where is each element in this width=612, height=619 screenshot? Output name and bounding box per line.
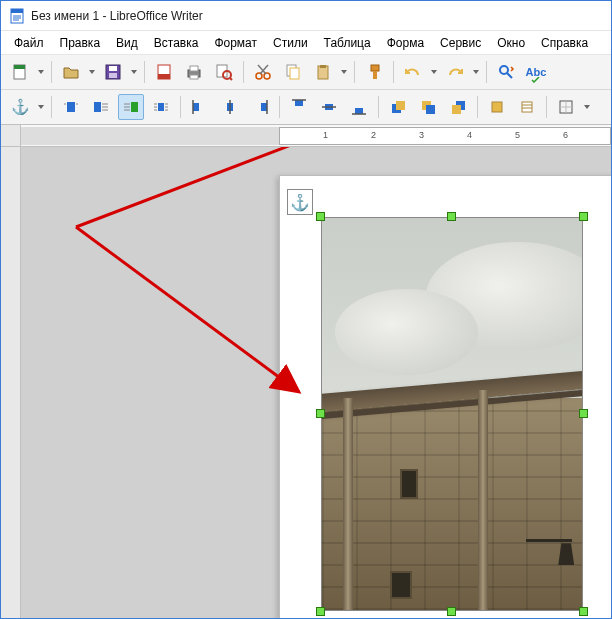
svg-rect-13 [190, 66, 198, 71]
resize-handle-w[interactable] [316, 409, 325, 418]
svg-rect-8 [109, 66, 117, 71]
window-title: Без имени 1 - LibreOffice Writer [31, 9, 203, 23]
ruler-body[interactable]: 1 2 3 4 5 6 [21, 125, 611, 146]
border-button[interactable] [553, 94, 579, 120]
open-button[interactable] [58, 59, 84, 85]
menu-window[interactable]: Окно [490, 33, 532, 53]
svg-rect-25 [320, 65, 326, 68]
svg-rect-33 [94, 102, 101, 112]
ruler-corner [1, 125, 21, 146]
svg-rect-54 [295, 100, 303, 106]
resize-handle-se[interactable] [579, 607, 588, 616]
svg-rect-37 [131, 102, 138, 112]
svg-rect-23 [290, 68, 299, 79]
menu-view[interactable]: Вид [109, 33, 145, 53]
send-back-button[interactable] [445, 94, 471, 120]
paste-dropdown[interactable] [340, 70, 348, 74]
menu-file[interactable]: Файл [7, 33, 51, 53]
selected-image[interactable]: ⚓ [321, 217, 583, 611]
align-bottom-button[interactable] [346, 94, 372, 120]
resize-handle-s[interactable] [447, 607, 456, 616]
menu-edit[interactable]: Правка [53, 33, 108, 53]
anchor-button[interactable]: ⚓ [7, 94, 33, 120]
open-dropdown[interactable] [88, 70, 96, 74]
image-toolbar: ⚓ [1, 90, 611, 125]
paste-button[interactable] [310, 59, 336, 85]
align-right-button[interactable] [247, 94, 273, 120]
bring-forward-button[interactable] [415, 94, 441, 120]
new-doc-dropdown[interactable] [37, 70, 45, 74]
vertical-ruler[interactable] [1, 147, 21, 619]
svg-rect-52 [261, 103, 267, 111]
standard-toolbar: Abc [1, 55, 611, 90]
clone-format-button[interactable] [361, 59, 387, 85]
menu-table[interactable]: Таблица [317, 33, 378, 53]
export-pdf-button[interactable] [151, 59, 177, 85]
save-dropdown[interactable] [130, 70, 138, 74]
wrap-off-button[interactable] [58, 94, 84, 120]
wrap-parallel-button[interactable] [148, 94, 174, 120]
resize-handle-sw[interactable] [316, 607, 325, 616]
menu-tools[interactable]: Сервис [433, 33, 488, 53]
svg-rect-11 [158, 74, 170, 79]
svg-rect-6 [14, 65, 25, 69]
svg-rect-61 [396, 101, 405, 110]
bring-front-button[interactable] [385, 94, 411, 120]
svg-rect-67 [522, 102, 532, 112]
svg-rect-66 [492, 102, 502, 112]
print-preview-button[interactable] [211, 59, 237, 85]
find-replace-button[interactable] [493, 59, 519, 85]
menu-insert[interactable]: Вставка [147, 33, 206, 53]
save-button[interactable] [100, 59, 126, 85]
spellcheck-button[interactable]: Abc [523, 59, 549, 85]
menu-form[interactable]: Форма [380, 33, 431, 53]
menu-styles[interactable]: Стили [266, 33, 315, 53]
document-area[interactable]: ⚓ [21, 147, 611, 619]
resize-handle-nw[interactable] [316, 212, 325, 221]
svg-line-74 [76, 227, 299, 392]
align-left-button[interactable] [187, 94, 213, 120]
svg-rect-65 [452, 105, 461, 114]
undo-button[interactable] [400, 59, 426, 85]
svg-rect-1 [11, 9, 23, 13]
svg-rect-63 [426, 105, 435, 114]
resize-handle-ne[interactable] [579, 212, 588, 221]
align-center-h-button[interactable] [217, 94, 243, 120]
svg-rect-58 [355, 108, 363, 114]
resize-handle-e[interactable] [579, 409, 588, 418]
redo-button[interactable] [442, 59, 468, 85]
anchor-indicator[interactable]: ⚓ [287, 189, 313, 215]
svg-line-17 [230, 78, 232, 80]
horizontal-ruler[interactable]: 1 2 3 4 5 6 [1, 125, 611, 147]
work-area: ⚓ [1, 147, 611, 619]
align-center-v-button[interactable] [316, 94, 342, 120]
resize-handle-n[interactable] [447, 212, 456, 221]
align-top-button[interactable] [286, 94, 312, 120]
image-content[interactable] [321, 217, 583, 611]
redo-dropdown[interactable] [472, 70, 480, 74]
cut-button[interactable] [250, 59, 276, 85]
svg-rect-9 [109, 73, 117, 78]
to-background-button[interactable] [514, 94, 540, 120]
undo-dropdown[interactable] [430, 70, 438, 74]
title-bar: Без имени 1 - LibreOffice Writer [1, 1, 611, 31]
anchor-dropdown[interactable] [37, 105, 45, 109]
svg-rect-48 [193, 103, 199, 111]
svg-rect-14 [190, 75, 198, 79]
svg-rect-27 [373, 71, 377, 79]
to-foreground-button[interactable] [484, 94, 510, 120]
menu-help[interactable]: Справка [534, 33, 595, 53]
new-doc-button[interactable] [7, 59, 33, 85]
border-dropdown[interactable] [583, 105, 591, 109]
copy-button[interactable] [280, 59, 306, 85]
wrap-after-button[interactable] [118, 94, 144, 120]
svg-point-19 [264, 73, 270, 79]
menu-format[interactable]: Формат [207, 33, 264, 53]
svg-rect-41 [158, 103, 164, 111]
print-button[interactable] [181, 59, 207, 85]
svg-point-18 [256, 73, 262, 79]
svg-rect-30 [67, 102, 75, 112]
menu-bar: Файл Правка Вид Вставка Формат Стили Таб… [1, 31, 611, 55]
wrap-before-button[interactable] [88, 94, 114, 120]
svg-rect-26 [371, 65, 379, 71]
